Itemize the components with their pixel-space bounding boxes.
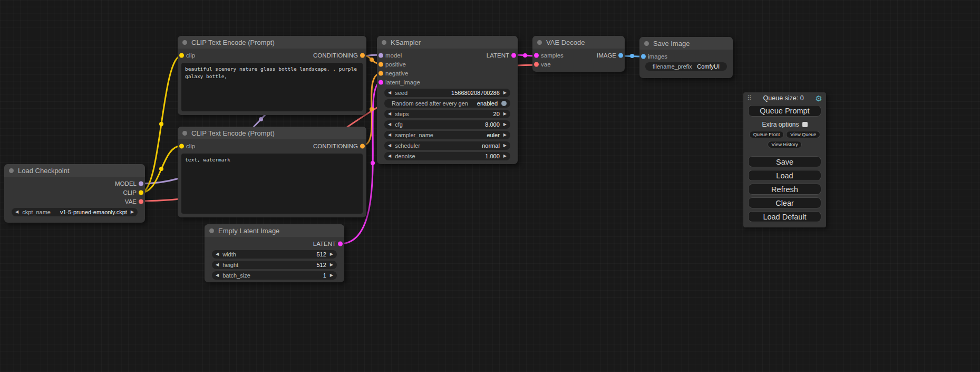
filename-prefix-widget[interactable]: filename_prefix ComfyUI (645, 62, 727, 71)
node-titlebar[interactable]: KSampler (377, 36, 518, 49)
input-port-images[interactable] (641, 54, 646, 59)
negative-prompt-textarea[interactable]: text, watermark (181, 154, 363, 214)
input-port-negative[interactable] (379, 71, 383, 75)
input-port-clip[interactable] (179, 144, 184, 148)
seed-widget[interactable]: ◀ seed 156680208700286 ▶ (384, 89, 510, 97)
node-titlebar[interactable]: Empty Latent Image (205, 224, 344, 237)
prev-value-arrow-icon[interactable]: ◀ (388, 112, 391, 116)
view-queue-button[interactable]: View Queue (786, 131, 820, 138)
next-value-arrow-icon[interactable]: ▶ (503, 133, 507, 137)
widget-label: cfg (395, 121, 403, 128)
steps-widget[interactable]: ◀ steps 20 ▶ (384, 110, 510, 118)
node-ksampler[interactable]: KSampler model LATENT positive negative … (377, 36, 518, 164)
sampler-name-widget[interactable]: ◀ sampler_name euler ▶ (384, 131, 510, 139)
view-history-button[interactable]: View History (768, 141, 802, 148)
next-value-arrow-icon[interactable]: ▶ (330, 273, 333, 278)
prev-value-arrow-icon[interactable]: ◀ (216, 263, 219, 267)
widget-label: scheduler (395, 142, 420, 149)
node-titlebar[interactable]: VAE Decode (532, 36, 625, 49)
output-label-latent: LATENT (313, 241, 336, 247)
next-value-arrow-icon[interactable]: ▶ (330, 263, 333, 267)
prev-value-arrow-icon[interactable]: ◀ (388, 91, 391, 95)
next-value-arrow-icon[interactable]: ▶ (503, 154, 507, 158)
node-titlebar[interactable]: CLIP Text Encode (Prompt) (178, 36, 366, 49)
prev-value-arrow-icon[interactable]: ◀ (388, 133, 391, 137)
slot-row: vae (532, 60, 625, 69)
widget-value: 1.000 (485, 153, 500, 159)
node-collapse-dot-icon[interactable] (382, 40, 386, 45)
ckpt-name-widget[interactable]: ◀ ckpt_name v1-5-pruned-emaonly.ckpt ▶ (12, 208, 138, 216)
input-port-vae[interactable] (534, 62, 539, 66)
widget-value: normal (482, 142, 500, 149)
link-midpoint-dot (370, 58, 374, 62)
node-collapse-dot-icon[interactable] (182, 131, 187, 136)
input-port-samples[interactable] (534, 53, 539, 58)
output-port-clip[interactable] (139, 190, 143, 195)
next-value-arrow-icon[interactable]: ▶ (131, 210, 134, 214)
load-button[interactable]: Load (748, 170, 821, 181)
node-empty-latent-image[interactable]: Empty Latent Image LATENT ◀ width 512 ▶ … (205, 224, 344, 282)
drag-handle-icon[interactable]: ⠿ (747, 94, 752, 102)
next-value-arrow-icon[interactable]: ▶ (503, 91, 507, 95)
input-port-latent-image[interactable] (379, 80, 383, 84)
prev-value-arrow-icon[interactable]: ◀ (216, 273, 219, 278)
node-titlebar[interactable]: Load Checkpoint (4, 164, 145, 177)
random-seed-toggle-widget[interactable]: Random seed after every gen enabled (384, 99, 510, 108)
node-collapse-dot-icon[interactable] (182, 40, 187, 45)
denoise-widget[interactable]: ◀ denoise 1.000 ▶ (384, 152, 510, 160)
output-port-latent[interactable] (511, 53, 516, 58)
refresh-button[interactable]: Refresh (748, 184, 821, 195)
prev-value-arrow-icon[interactable]: ◀ (15, 210, 18, 214)
batch-size-widget[interactable]: ◀ batch_size 1 ▶ (212, 271, 337, 280)
input-label-images: images (648, 53, 667, 60)
node-titlebar[interactable]: CLIP Text Encode (Prompt) (178, 127, 366, 139)
menu-spacer (743, 148, 826, 154)
settings-gear-icon[interactable]: ⚙ (816, 94, 822, 102)
toggle-knob-icon[interactable] (501, 101, 507, 106)
output-port-image[interactable] (618, 53, 623, 58)
node-load-checkpoint[interactable]: Load Checkpoint MODEL CLIP VAE ◀ ckpt_na… (4, 164, 145, 223)
graph-canvas[interactable]: Load Checkpoint MODEL CLIP VAE ◀ ckpt_na… (0, 0, 980, 372)
input-port-clip[interactable] (179, 53, 184, 58)
positive-prompt-textarea[interactable]: beautiful scenery nature glass bottle la… (181, 63, 363, 111)
node-collapse-dot-icon[interactable] (209, 228, 214, 233)
widget-value: 512 (316, 251, 326, 257)
extra-options-checkbox[interactable] (802, 122, 808, 127)
output-port-conditioning[interactable] (360, 53, 365, 58)
cfg-widget[interactable]: ◀ cfg 8.000 ▶ (384, 120, 510, 129)
scheduler-widget[interactable]: ◀ scheduler normal ▶ (384, 141, 510, 150)
output-port-model[interactable] (139, 181, 143, 186)
queue-front-button[interactable]: Queue Front (749, 131, 784, 138)
widget-value: 512 (316, 262, 326, 268)
clear-button[interactable]: Clear (748, 197, 821, 208)
node-collapse-dot-icon[interactable] (537, 40, 542, 45)
node-save-image[interactable]: Save Image images filename_prefix ComfyU… (639, 37, 733, 78)
node-clip-text-encode-positive[interactable]: CLIP Text Encode (Prompt) clip CONDITION… (178, 36, 366, 115)
prev-value-arrow-icon[interactable]: ◀ (388, 122, 391, 127)
node-titlebar[interactable]: Save Image (639, 37, 733, 50)
next-value-arrow-icon[interactable]: ▶ (330, 252, 333, 256)
node-title: CLIP Text Encode (Prompt) (191, 39, 275, 46)
width-widget[interactable]: ◀ width 512 ▶ (212, 250, 337, 259)
prev-value-arrow-icon[interactable]: ◀ (388, 154, 391, 158)
load-default-button[interactable]: Load Default (748, 211, 821, 222)
input-port-positive[interactable] (379, 62, 383, 66)
next-value-arrow-icon[interactable]: ▶ (503, 122, 507, 127)
height-widget[interactable]: ◀ height 512 ▶ (212, 261, 337, 269)
input-label-vae: vae (541, 61, 551, 68)
output-port-conditioning[interactable] (360, 144, 365, 148)
node-collapse-dot-icon[interactable] (644, 41, 649, 46)
save-button[interactable]: Save (748, 156, 821, 167)
next-value-arrow-icon[interactable]: ▶ (503, 144, 507, 148)
output-port-vae[interactable] (139, 199, 143, 204)
input-port-model[interactable] (379, 53, 383, 58)
output-port-latent[interactable] (338, 241, 343, 246)
next-value-arrow-icon[interactable]: ▶ (503, 112, 507, 116)
node-vae-decode[interactable]: VAE Decode samples IMAGE vae (532, 36, 625, 72)
prev-value-arrow-icon[interactable]: ◀ (216, 252, 219, 256)
prev-value-arrow-icon[interactable]: ◀ (388, 144, 391, 148)
node-collapse-dot-icon[interactable] (9, 168, 14, 173)
slot-row: positive (377, 60, 518, 69)
queue-prompt-button[interactable]: Queue Prompt (748, 105, 821, 117)
node-clip-text-encode-negative[interactable]: CLIP Text Encode (Prompt) clip CONDITION… (178, 127, 366, 217)
